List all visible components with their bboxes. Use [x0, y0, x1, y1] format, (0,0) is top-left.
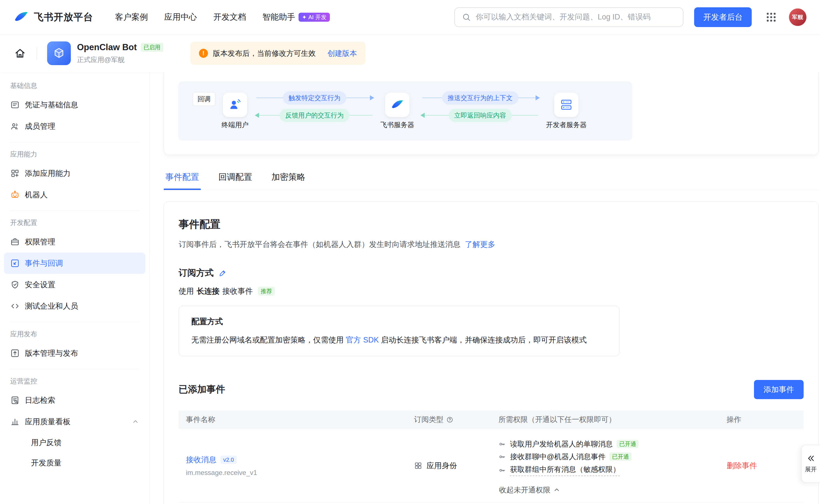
- sidebar-item-label: 机器人: [25, 190, 48, 200]
- sidebar-item-add-capability[interactable]: 添加应用能力: [4, 163, 145, 184]
- developer-server-icon: [554, 93, 578, 117]
- event-id: im.message.receive_v1: [186, 469, 399, 477]
- sidebar-section-capabilities: 应用能力: [10, 150, 139, 159]
- arrow-left: 立即返回响应内容: [420, 109, 540, 122]
- search-box[interactable]: [454, 7, 684, 27]
- help-icon[interactable]: [446, 416, 453, 423]
- sidebar-item-label: 权限管理: [25, 237, 55, 247]
- permission-row: 接收群聊中@机器人消息事件 已开通: [498, 452, 712, 462]
- config-box-title: 配置方式: [191, 316, 607, 327]
- sidebar-item-events-callbacks[interactable]: 事件与回调: [4, 253, 145, 274]
- event-config-title: 事件配置: [178, 217, 804, 231]
- description-text: 订阅事件后，飞书开放平台将会在事件（如机器人入群）发生时向请求地址推送消息: [178, 240, 460, 249]
- config-text-2: 启动长连接飞书客户端，并确保连接成功后，即可开启该模式: [381, 336, 586, 344]
- edit-pencil-icon[interactable]: [219, 269, 227, 277]
- tab-event-config[interactable]: 事件配置: [164, 169, 201, 190]
- sidebar-item-credentials[interactable]: 凭证与基础信息: [4, 94, 145, 116]
- chevron-up-icon: [553, 486, 560, 494]
- events-table: 事件名称 订阅类型 所需权限（开通以下任一权限即可） 操作: [178, 410, 804, 503]
- sidebar-item-label: 应用质量看板: [25, 417, 70, 427]
- arrow-label: 反馈用户的交互行为: [280, 109, 349, 122]
- developer-console-button[interactable]: 开发者后台: [694, 7, 752, 27]
- callback-chip: 回调: [193, 92, 215, 106]
- permission-text-sensitive[interactable]: 获取群组中所有消息（敏感权限）: [510, 465, 620, 476]
- sidebar-item-bot[interactable]: 机器人: [4, 184, 145, 205]
- config-tabs: 事件配置 回调配置 加密策略: [164, 169, 819, 190]
- permission-icon: [10, 237, 20, 247]
- tab-callback-config[interactable]: 回调配置: [217, 169, 254, 190]
- sidebar-item-label: 事件与回调: [25, 258, 63, 268]
- nav-ai-assistant-label: 智能助手: [263, 12, 295, 23]
- learn-more-link[interactable]: 了解更多: [465, 240, 495, 249]
- app-grid-icon[interactable]: [765, 11, 777, 23]
- sidebar-section-basic-info: 基础信息: [10, 81, 139, 90]
- credential-icon: [10, 100, 20, 110]
- double-chevron-left-icon: [807, 454, 815, 463]
- app-header-bar: OpenClaw Bot 已启用 正式应用@军舰 ! 版本发布后，当前修改方可生…: [0, 34, 820, 72]
- permission-text: 接收群聊中@机器人消息事件: [510, 452, 605, 462]
- node-end-user: 终端用户: [222, 93, 249, 129]
- nav-ai-assistant[interactable]: 智能助手 ✦ AI 开发: [263, 12, 330, 23]
- brand-name: 飞书开放平台: [34, 11, 93, 24]
- event-config-card: 事件配置 订阅事件后，飞书开放平台将会在事件（如机器人入群）发生时向请求地址推送…: [164, 201, 819, 504]
- feishu-logo-icon: [14, 11, 29, 24]
- key-icon: [498, 467, 506, 474]
- chevron-up-icon[interactable]: [132, 418, 139, 425]
- nav-dev-docs[interactable]: 开发文档: [213, 12, 246, 23]
- arrow-label: 触发特定交互行为: [283, 91, 346, 105]
- event-callback-icon: [10, 258, 20, 268]
- app-identity-icon: [414, 461, 422, 470]
- subscribe-mode-line: 使用 长连接 接收事件 推荐: [178, 286, 804, 296]
- node-feishu-server: 飞书服务器: [380, 93, 414, 129]
- sidebar-item-log-search[interactable]: 日志检索: [4, 390, 145, 411]
- brand[interactable]: 飞书开放平台: [14, 11, 93, 24]
- sidebar-item-user-feedback[interactable]: 用户反馈: [4, 432, 145, 453]
- code-brackets-icon: [10, 301, 20, 311]
- expand-panel-handle[interactable]: 展开: [801, 445, 820, 483]
- sidebar-item-dev-quality[interactable]: 开发质量: [4, 453, 145, 473]
- app-status-badge: 已启用: [141, 43, 163, 52]
- home-icon[interactable]: [14, 47, 27, 60]
- arrow-left: 反馈用户的交互行为: [254, 109, 375, 122]
- collapse-ungranted-link[interactable]: 收起未开通权限: [499, 485, 560, 495]
- sidebar-item-security[interactable]: 安全设置: [4, 274, 145, 295]
- permission-row: 读取用户发给机器人的单聊消息 已开通: [498, 439, 712, 449]
- nav-customer-cases[interactable]: 客户案例: [115, 12, 148, 23]
- key-icon: [498, 453, 506, 461]
- sidebar-item-label: 开发质量: [31, 458, 61, 468]
- sidebar-item-test-company[interactable]: 测试企业和人员: [4, 295, 145, 317]
- subscribe-mode-label: 订阅方式: [178, 267, 214, 279]
- sidebar-item-quality-dashboard[interactable]: 应用质量看板: [4, 411, 145, 432]
- config-box-text: 无需注册公网域名或配置加密策略，仅需使用 官方 SDK 启动长连接飞书客户端，并…: [191, 334, 607, 346]
- create-version-link[interactable]: 创建版本: [328, 48, 357, 58]
- sidebar-item-label: 安全设置: [25, 280, 55, 290]
- tab-encryption-policy[interactable]: 加密策略: [270, 169, 307, 190]
- callback-diagram-card: 回调 终端用户 触发特定交互行为 反馈用户的交互行为: [164, 72, 819, 155]
- sidebar-item-label: 日志检索: [25, 395, 55, 405]
- app-subtitle: 正式应用@军舰: [77, 55, 163, 64]
- app-meta: OpenClaw Bot 已启用 正式应用@军舰: [77, 42, 163, 64]
- sidebar-section-monitoring: 运营监控: [10, 377, 139, 386]
- table-header-row: 事件名称 订阅类型 所需权限（开通以下任一权限即可） 操作: [178, 410, 804, 429]
- node-developer-server: 开发者服务器: [546, 93, 586, 129]
- search-input[interactable]: [476, 13, 676, 21]
- log-search-icon: [10, 395, 20, 405]
- usage-mode: 长连接: [197, 286, 220, 296]
- subscribe-type-cell: 应用身份: [414, 461, 484, 471]
- sidebar-item-permissions[interactable]: 权限管理: [4, 231, 145, 253]
- col-actions: 操作: [719, 410, 804, 429]
- warning-icon: !: [199, 49, 208, 58]
- user-avatar[interactable]: 军舰: [789, 8, 806, 26]
- subscribe-type-label: 应用身份: [426, 461, 457, 471]
- sidebar-item-version-release[interactable]: 版本管理与发布: [4, 342, 145, 364]
- official-sdk-link[interactable]: 官方 SDK: [346, 336, 379, 344]
- nav-app-center[interactable]: 应用中心: [164, 12, 197, 23]
- sidebar-section-release: 应用发布: [10, 330, 139, 339]
- sidebar-item-label: 凭证与基础信息: [25, 100, 78, 110]
- node-label: 飞书服务器: [380, 120, 414, 129]
- event-name-link[interactable]: 接收消息: [186, 455, 217, 465]
- delete-event-link[interactable]: 删除事件: [727, 461, 757, 470]
- add-event-button[interactable]: 添加事件: [754, 380, 804, 399]
- add-capability-icon: [10, 169, 20, 178]
- sidebar-item-members[interactable]: 成员管理: [4, 116, 145, 137]
